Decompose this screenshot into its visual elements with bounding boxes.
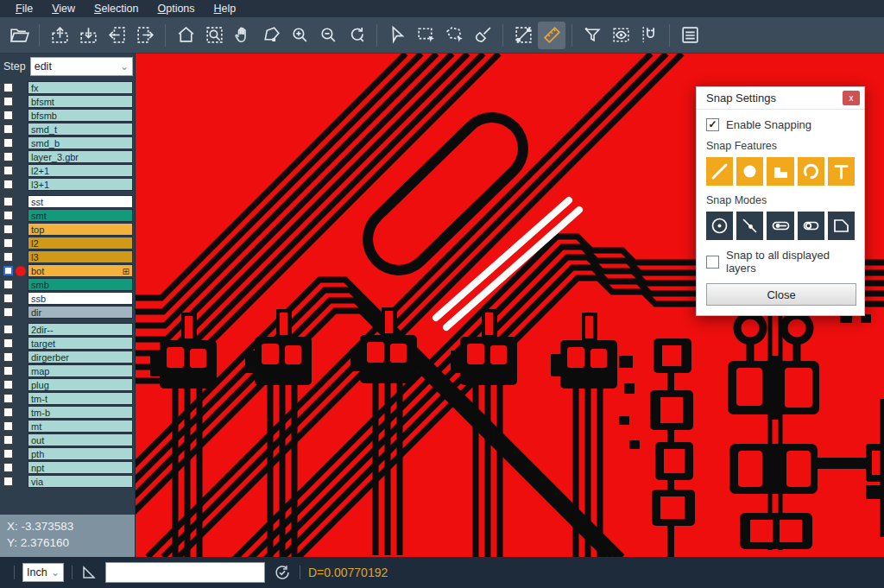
dialog-close-button[interactable]: x: [843, 91, 860, 105]
step-select[interactable]: edit ⌄: [30, 57, 133, 76]
layer-visibility-checkbox[interactable]: [3, 138, 13, 148]
layer-visibility-checkbox[interactable]: [3, 252, 13, 262]
menu-file[interactable]: File: [7, 1, 41, 16]
menu-selection[interactable]: Selection: [85, 1, 147, 16]
open-project-button[interactable]: [5, 22, 33, 49]
import-left-button[interactable]: [103, 22, 130, 49]
layer-row-npt[interactable]: npt: [2, 461, 133, 474]
layer-row-dirgerber[interactable]: dirgerber: [2, 351, 133, 364]
layer-label[interactable]: bot⊞: [28, 264, 133, 277]
layer-visibility-checkbox[interactable]: [3, 408, 13, 417]
layer-label[interactable]: dir: [28, 306, 133, 319]
filter-button[interactable]: [578, 22, 606, 49]
layer-row-2dir--[interactable]: 2dir--: [2, 323, 133, 336]
layer-visibility-checkbox[interactable]: [3, 152, 13, 161]
snap-mode-slot-key-button[interactable]: [767, 212, 793, 240]
zoom-reset-button[interactable]: [343, 22, 370, 49]
enable-snapping-row[interactable]: ✓ Enable Snapping: [706, 118, 855, 131]
snap-feature-line-button[interactable]: [706, 157, 733, 186]
snap-feature-arc-button[interactable]: [798, 157, 824, 186]
select-polygon-button[interactable]: [440, 22, 468, 49]
layer-label[interactable]: ssb: [28, 292, 133, 305]
layer-visibility-checkbox[interactable]: [3, 435, 13, 445]
home-view-button[interactable]: [172, 22, 199, 49]
layer-visibility-checkbox[interactable]: [3, 111, 13, 120]
layer-label[interactable]: 2dir--: [28, 323, 133, 336]
layer-row-fx[interactable]: fx: [2, 81, 133, 94]
layer-visibility-checkbox[interactable]: [3, 449, 13, 458]
layer-label[interactable]: plug: [28, 378, 133, 391]
dialog-title-bar[interactable]: Snap Settings x: [697, 87, 864, 110]
layer-row-map[interactable]: map: [2, 364, 133, 377]
layer-visibility-checkbox[interactable]: [3, 421, 13, 431]
layer-row-bot[interactable]: bot⊞: [2, 264, 133, 277]
layer-label[interactable]: l2+1: [28, 164, 133, 177]
layer-visibility-checkbox[interactable]: [3, 325, 13, 334]
layer-label[interactable]: bfsmt: [28, 95, 133, 108]
layer-table-button[interactable]: [676, 22, 704, 49]
layer-label[interactable]: fx: [28, 81, 133, 94]
layer-visibility-checkbox[interactable]: [3, 338, 13, 348]
layer-label[interactable]: sst: [28, 195, 133, 208]
layer-label[interactable]: target: [28, 337, 133, 350]
snap-button[interactable]: [635, 22, 663, 49]
layer-row-l2[interactable]: l2: [2, 237, 133, 250]
layer-row-pth[interactable]: pth: [2, 447, 133, 460]
layer-row-l2+1[interactable]: l2+1: [2, 164, 133, 177]
zoom-out-button[interactable]: [314, 22, 342, 49]
layer-label[interactable]: smd_b: [28, 136, 133, 149]
layer-row-smd_b[interactable]: smd_b: [2, 136, 133, 149]
import-down-button[interactable]: [74, 22, 102, 49]
layer-visibility-checkbox[interactable]: [3, 238, 13, 248]
layer-label[interactable]: smb: [28, 278, 133, 291]
snap-mode-contour-button[interactable]: [828, 212, 855, 240]
layer-row-bfsmt[interactable]: bfsmt: [2, 95, 133, 108]
layer-visibility-checkbox[interactable]: [3, 307, 13, 317]
layer-label[interactable]: l3: [28, 250, 133, 263]
layer-label[interactable]: layer_3.gbr: [28, 150, 133, 163]
layer-visibility-checkbox[interactable]: [3, 366, 13, 376]
layer-row-sst[interactable]: sst: [2, 195, 133, 208]
view-options-button[interactable]: [607, 22, 635, 49]
layer-label[interactable]: mt: [28, 420, 133, 433]
zoom-window-button[interactable]: [200, 22, 228, 49]
snap-mode-closest-point-button[interactable]: [736, 212, 763, 240]
snap-all-layers-row[interactable]: Snap to all displayed layers: [706, 249, 855, 275]
layer-row-plug[interactable]: plug: [2, 378, 133, 391]
layer-visibility-checkbox[interactable]: [3, 463, 13, 472]
zoom-polygon-button[interactable]: [257, 22, 285, 49]
layer-label[interactable]: tm-t: [28, 392, 133, 405]
layer-visibility-checkbox[interactable]: [3, 224, 13, 234]
layer-label[interactable]: map: [28, 364, 133, 377]
layer-label[interactable]: npt: [28, 461, 133, 474]
layer-row-via[interactable]: via: [2, 475, 133, 488]
snap-feature-pad-button[interactable]: [736, 157, 763, 186]
layer-visibility-checkbox[interactable]: [3, 166, 13, 175]
layer-label[interactable]: tm-b: [28, 406, 133, 419]
select-rectangle-button[interactable]: [412, 22, 439, 49]
layer-label[interactable]: out: [28, 433, 133, 446]
layer-row-tm-t[interactable]: tm-t: [2, 392, 133, 405]
layer-label[interactable]: l2: [28, 237, 133, 250]
layer-row-dir[interactable]: dir: [2, 306, 133, 319]
layer-label[interactable]: via: [28, 475, 133, 488]
layer-row-smb[interactable]: smb: [2, 278, 133, 291]
snap-mode-center-button[interactable]: [706, 212, 733, 240]
layer-visibility-checkbox[interactable]: [3, 477, 13, 486]
layer-row-l3[interactable]: l3: [2, 250, 133, 263]
layer-visibility-checkbox[interactable]: [3, 380, 13, 389]
import-up-button[interactable]: [46, 22, 73, 49]
snap-mode-slot-button[interactable]: [798, 212, 824, 240]
measure-ruler-button[interactable]: [538, 22, 565, 49]
layer-visibility-checkbox[interactable]: [3, 97, 13, 106]
layer-row-out[interactable]: out: [2, 433, 133, 446]
layer-visibility-checkbox[interactable]: [3, 294, 13, 303]
units-select[interactable]: Inch ⌄: [22, 563, 64, 582]
close-button[interactable]: Close: [706, 283, 856, 306]
menu-view[interactable]: View: [43, 1, 84, 16]
menu-help[interactable]: Help: [205, 1, 245, 16]
import-right-button[interactable]: [131, 22, 159, 49]
snap-feature-surface-button[interactable]: [767, 157, 793, 186]
layer-row-ssb[interactable]: ssb: [2, 292, 133, 305]
layer-label[interactable]: smt: [28, 209, 133, 222]
